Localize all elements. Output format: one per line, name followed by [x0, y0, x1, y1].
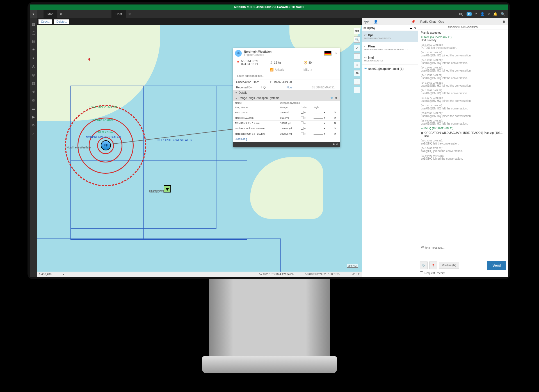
bell-icon[interactable]: 🔔: [493, 12, 497, 16]
style-swatch[interactable]: [314, 118, 323, 119]
map-3d-toggle[interactable]: 3D: [354, 28, 360, 34]
rail-icon-14[interactable]: ⌂: [32, 132, 34, 136]
unknown-marker[interactable]: [164, 185, 171, 192]
rail-icon-9[interactable]: ⚟: [32, 90, 35, 94]
rail-icon-2[interactable]: ◯: [32, 31, 35, 35]
location-button[interactable]: 📍: [429, 262, 437, 269]
attach-button[interactable]: 📎: [420, 262, 428, 269]
rail-icon-4[interactable]: ★: [32, 48, 35, 52]
chevron-down-icon[interactable]: ▾: [304, 133, 306, 136]
delete-ring-button[interactable]: ✕: [334, 116, 336, 119]
map-zoom-fit[interactable]: ⤢: [354, 45, 360, 51]
map-zoom-out[interactable]: −: [354, 87, 360, 93]
ship-marker[interactable]: FF: [101, 140, 111, 150]
delete-ring-button[interactable]: ✕: [334, 132, 336, 135]
chat-pin-icon[interactable]: 📌: [408, 18, 418, 25]
rail-icon-13[interactable]: ⟳: [32, 123, 35, 127]
hamburger-icon-2[interactable]: ☰: [105, 12, 111, 16]
delete-button[interactable]: Delete...: [54, 19, 69, 24]
rail-icon-3[interactable]: ▤: [32, 39, 35, 43]
style-swatch[interactable]: [314, 124, 323, 124]
map-brightness[interactable]: ☼: [354, 62, 360, 68]
chat-entry: PLT002 (06 1345Z JAN 21):Unit is ready: [421, 36, 505, 42]
user-entry[interactable]: user01@caplab4.local (1): [368, 67, 404, 70]
map-canvas[interactable]: FF RAM Block 2 - 5.4 nm Hitorole 12.7mm …: [37, 25, 362, 272]
close-chat-tab[interactable]: ✕: [126, 12, 133, 16]
popup-coord: 58.105113°N 023.035151°E: [241, 59, 270, 66]
color-swatch[interactable]: [301, 116, 303, 119]
additional-info-input[interactable]: [236, 74, 337, 78]
chat-entry: (24 1245Z JAN 21):user01@BN HQ joined th…: [421, 81, 505, 87]
map-zoom-in[interactable]: +: [354, 79, 360, 85]
chevron-down-icon[interactable]: ▾: [324, 122, 325, 125]
receipt-checkbox[interactable]: [420, 271, 423, 275]
tab-map[interactable]: Map: [44, 10, 57, 18]
style-swatch[interactable]: [314, 113, 323, 113]
app-dropdown[interactable]: ▾: [30, 10, 37, 18]
rail-icon-1[interactable]: ▦: [32, 22, 35, 26]
section-details[interactable]: ▾Details: [233, 90, 340, 95]
tab-chat[interactable]: Chat: [111, 10, 126, 18]
help-icon[interactable]: ?: [475, 12, 477, 16]
edit-button[interactable]: Edit: [333, 143, 338, 146]
color-swatch[interactable]: [301, 111, 303, 114]
chat-room[interactable]: ▭ PlansMISSION RESTRICTED RELEASABLE TO: [362, 42, 418, 53]
eye-icon[interactable]: 👁: [330, 97, 333, 100]
chat-tab-users[interactable]: 👤: [371, 18, 380, 25]
chat-log[interactable]: Plan is acceptedPLT002 (06 1345Z JAN 21)…: [418, 29, 508, 243]
close-map-tab[interactable]: ✕: [57, 12, 64, 16]
color-swatch[interactable]: [301, 122, 303, 124]
altitude: -113 ft: [352, 273, 360, 276]
popup-close[interactable]: ✕: [334, 52, 338, 55]
rep-label: Reported By:: [236, 86, 252, 89]
style-swatch[interactable]: [314, 129, 323, 129]
map-search[interactable]: 🔍: [354, 36, 360, 43]
trash-icon[interactable]: 🗑: [335, 97, 338, 100]
chevron-down-icon[interactable]: ▾: [324, 132, 325, 135]
popup-menu[interactable]: ⋮: [236, 143, 238, 146]
hamburger-icon[interactable]: ☰: [37, 12, 44, 16]
map-vision[interactable]: 👁: [354, 70, 360, 76]
chevron-down-icon[interactable]: ▾: [304, 122, 306, 125]
chat-panel: 💬 👤 📌 so1@HQ ☁ ⟲ ▭ OpsMISSION UNCLASSIFI…: [362, 18, 508, 277]
delete-ring-button[interactable]: ✕: [334, 122, 336, 125]
rail-icon-10[interactable]: ◴: [32, 98, 35, 102]
chevron-down-icon[interactable]: ▾: [304, 111, 306, 114]
rail-icon-12[interactable]: ▶: [32, 115, 35, 119]
search-icon[interactable]: 🔍: [501, 12, 505, 16]
style-swatch[interactable]: [314, 134, 323, 135]
message-input[interactable]: [420, 245, 506, 258]
rail-icon-5[interactable]: ▲: [32, 56, 35, 60]
user-icon[interactable]: 👤: [480, 12, 485, 16]
chevron-down-icon[interactable]: ▾: [304, 127, 306, 130]
chevron-down-icon[interactable]: ▾: [324, 116, 325, 119]
color-swatch[interactable]: [301, 127, 303, 130]
cloud-icon[interactable]: ☁: [409, 26, 412, 29]
rail-icon-8[interactable]: ▥: [32, 81, 35, 85]
send-button[interactable]: Send: [487, 261, 506, 270]
chevron-down-icon[interactable]: ▾: [324, 111, 325, 114]
section-rings[interactable]: ▴ Range Rings - Weapon Systems 👁 🗑: [233, 95, 340, 101]
notification-badge[interactable]: 11: [467, 12, 472, 16]
ring-range: 129624 yd: [278, 126, 299, 131]
copy-button[interactable]: Copy...: [38, 19, 52, 24]
screen-icon[interactable]: ⎚: [488, 12, 490, 16]
priority-select[interactable]: Routine (R): [439, 262, 459, 269]
chat-room[interactable]: ▭ OpsMISSION UNCLASSIFIED: [362, 31, 418, 42]
delete-ring-button[interactable]: ✕: [334, 127, 336, 130]
rail-icon-6[interactable]: A: [32, 65, 35, 68]
chat-tab-bubbles[interactable]: 💬: [362, 18, 371, 25]
refresh-icon[interactable]: ⟲: [414, 26, 416, 29]
add-ring-link[interactable]: Add Ring: [233, 136, 340, 142]
chat-room[interactable]: ▭ IntelMISSION SECRET: [362, 53, 418, 65]
rail-icon-11[interactable]: ▬: [32, 107, 35, 111]
chevron-down-icon[interactable]: ▾: [304, 117, 306, 120]
now-link[interactable]: Now: [287, 86, 312, 89]
chat-trash-icon[interactable]: 🗑: [503, 20, 506, 23]
color-swatch[interactable]: [301, 132, 303, 135]
footer-chevron[interactable]: ▴: [63, 273, 64, 276]
map-info[interactable]: i: [354, 53, 360, 59]
rail-icon-7[interactable]: ◎: [32, 73, 35, 77]
chevron-down-icon[interactable]: ▾: [324, 127, 325, 130]
delete-ring-button[interactable]: ✕: [334, 111, 336, 114]
